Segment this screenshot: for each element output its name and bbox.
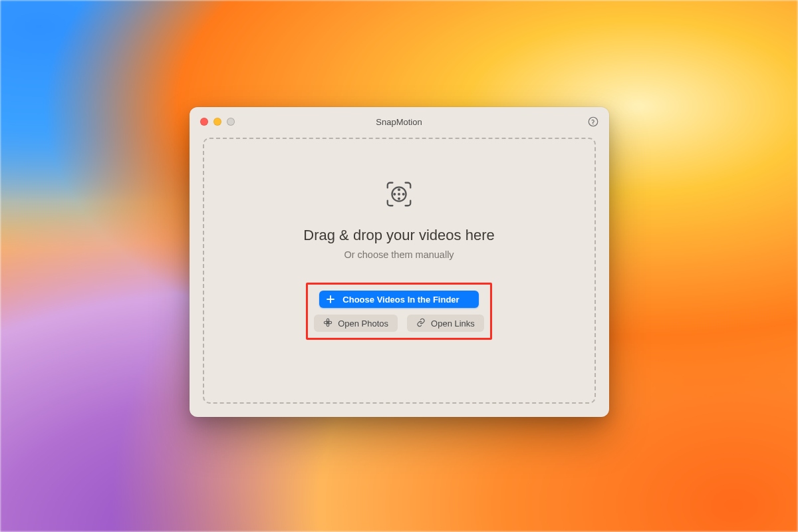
svg-point-0 [589,117,598,126]
svg-point-4 [398,188,400,191]
window-controls [200,118,235,126]
minimize-window-button[interactable] [213,118,221,126]
film-reel-capture-icon [384,179,414,212]
choose-videos-finder-label: Choose Videos In the Finder [331,295,471,305]
open-links-label: Open Links [431,319,475,329]
choose-videos-finder-button[interactable]: Choose Videos In the Finder [319,291,479,308]
svg-point-5 [398,198,400,200]
window-title: SnapMotion [376,117,422,127]
titlebar: SnapMotion [190,107,609,136]
actions-group: Choose Videos In the Finder [314,291,484,332]
open-links-button[interactable]: Open Links [407,315,484,332]
svg-point-3 [398,193,400,196]
open-photos-label: Open Photos [338,319,388,329]
video-dropzone[interactable]: Drag & drop your videos here Or choose t… [203,138,596,404]
zoom-window-button[interactable] [227,118,235,126]
svg-point-1 [593,124,593,124]
open-photos-button[interactable]: Open Photos [314,315,398,332]
link-icon [416,318,426,329]
photos-app-icon [323,318,332,329]
help-icon [587,116,599,128]
dropzone-subtitle: Or choose them manually [344,249,454,260]
svg-point-6 [393,193,396,196]
app-window: SnapMotion [190,107,609,417]
svg-point-7 [402,193,405,196]
dropzone-title: Drag & drop your videos here [303,227,494,244]
help-button[interactable] [587,115,600,128]
close-window-button[interactable] [200,118,208,126]
